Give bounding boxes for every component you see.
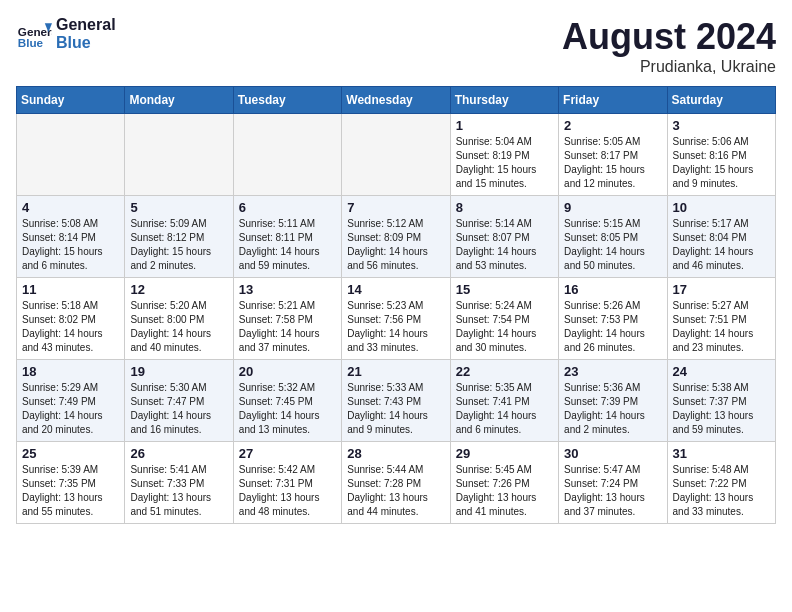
calendar-day-cell: 6Sunrise: 5:11 AM Sunset: 8:11 PM Daylig… bbox=[233, 196, 341, 278]
day-number: 27 bbox=[239, 446, 336, 461]
calendar-week-row: 18Sunrise: 5:29 AM Sunset: 7:49 PM Dayli… bbox=[17, 360, 776, 442]
day-info: Sunrise: 5:41 AM Sunset: 7:33 PM Dayligh… bbox=[130, 463, 227, 519]
day-number: 7 bbox=[347, 200, 444, 215]
day-info: Sunrise: 5:44 AM Sunset: 7:28 PM Dayligh… bbox=[347, 463, 444, 519]
calendar-day-cell: 16Sunrise: 5:26 AM Sunset: 7:53 PM Dayli… bbox=[559, 278, 667, 360]
day-number: 19 bbox=[130, 364, 227, 379]
day-info: Sunrise: 5:47 AM Sunset: 7:24 PM Dayligh… bbox=[564, 463, 661, 519]
calendar-day-cell: 24Sunrise: 5:38 AM Sunset: 7:37 PM Dayli… bbox=[667, 360, 775, 442]
day-info: Sunrise: 5:29 AM Sunset: 7:49 PM Dayligh… bbox=[22, 381, 119, 437]
day-info: Sunrise: 5:05 AM Sunset: 8:17 PM Dayligh… bbox=[564, 135, 661, 191]
day-number: 3 bbox=[673, 118, 770, 133]
day-info: Sunrise: 5:15 AM Sunset: 8:05 PM Dayligh… bbox=[564, 217, 661, 273]
day-info: Sunrise: 5:18 AM Sunset: 8:02 PM Dayligh… bbox=[22, 299, 119, 355]
day-info: Sunrise: 5:36 AM Sunset: 7:39 PM Dayligh… bbox=[564, 381, 661, 437]
day-info: Sunrise: 5:23 AM Sunset: 7:56 PM Dayligh… bbox=[347, 299, 444, 355]
calendar-day-cell: 28Sunrise: 5:44 AM Sunset: 7:28 PM Dayli… bbox=[342, 442, 450, 524]
calendar-day-cell: 9Sunrise: 5:15 AM Sunset: 8:05 PM Daylig… bbox=[559, 196, 667, 278]
day-info: Sunrise: 5:30 AM Sunset: 7:47 PM Dayligh… bbox=[130, 381, 227, 437]
calendar-day-cell: 22Sunrise: 5:35 AM Sunset: 7:41 PM Dayli… bbox=[450, 360, 558, 442]
month-title: August 2024 bbox=[562, 16, 776, 58]
weekday-header-monday: Monday bbox=[125, 87, 233, 114]
calendar-day-cell: 14Sunrise: 5:23 AM Sunset: 7:56 PM Dayli… bbox=[342, 278, 450, 360]
day-info: Sunrise: 5:42 AM Sunset: 7:31 PM Dayligh… bbox=[239, 463, 336, 519]
weekday-header-tuesday: Tuesday bbox=[233, 87, 341, 114]
day-number: 11 bbox=[22, 282, 119, 297]
day-number: 13 bbox=[239, 282, 336, 297]
weekday-header-wednesday: Wednesday bbox=[342, 87, 450, 114]
calendar-day-cell: 3Sunrise: 5:06 AM Sunset: 8:16 PM Daylig… bbox=[667, 114, 775, 196]
calendar-week-row: 25Sunrise: 5:39 AM Sunset: 7:35 PM Dayli… bbox=[17, 442, 776, 524]
calendar-day-cell: 2Sunrise: 5:05 AM Sunset: 8:17 PM Daylig… bbox=[559, 114, 667, 196]
day-number: 16 bbox=[564, 282, 661, 297]
day-number: 17 bbox=[673, 282, 770, 297]
day-number: 31 bbox=[673, 446, 770, 461]
calendar-day-cell: 29Sunrise: 5:45 AM Sunset: 7:26 PM Dayli… bbox=[450, 442, 558, 524]
calendar-day-cell: 11Sunrise: 5:18 AM Sunset: 8:02 PM Dayli… bbox=[17, 278, 125, 360]
logo-blue: Blue bbox=[56, 34, 116, 52]
weekday-header-saturday: Saturday bbox=[667, 87, 775, 114]
weekday-header-thursday: Thursday bbox=[450, 87, 558, 114]
logo: General Blue General Blue bbox=[16, 16, 116, 52]
title-block: August 2024 Prudianka, Ukraine bbox=[562, 16, 776, 76]
calendar-day-cell: 31Sunrise: 5:48 AM Sunset: 7:22 PM Dayli… bbox=[667, 442, 775, 524]
calendar-day-cell: 18Sunrise: 5:29 AM Sunset: 7:49 PM Dayli… bbox=[17, 360, 125, 442]
calendar-day-cell: 30Sunrise: 5:47 AM Sunset: 7:24 PM Dayli… bbox=[559, 442, 667, 524]
day-number: 5 bbox=[130, 200, 227, 215]
day-number: 12 bbox=[130, 282, 227, 297]
calendar-week-row: 4Sunrise: 5:08 AM Sunset: 8:14 PM Daylig… bbox=[17, 196, 776, 278]
calendar-day-cell: 5Sunrise: 5:09 AM Sunset: 8:12 PM Daylig… bbox=[125, 196, 233, 278]
calendar-day-cell: 17Sunrise: 5:27 AM Sunset: 7:51 PM Dayli… bbox=[667, 278, 775, 360]
day-info: Sunrise: 5:32 AM Sunset: 7:45 PM Dayligh… bbox=[239, 381, 336, 437]
svg-text:Blue: Blue bbox=[18, 36, 44, 49]
day-number: 20 bbox=[239, 364, 336, 379]
calendar-day-cell: 25Sunrise: 5:39 AM Sunset: 7:35 PM Dayli… bbox=[17, 442, 125, 524]
page-header: General Blue General Blue August 2024 Pr… bbox=[16, 16, 776, 76]
location-subtitle: Prudianka, Ukraine bbox=[562, 58, 776, 76]
calendar-day-cell: 20Sunrise: 5:32 AM Sunset: 7:45 PM Dayli… bbox=[233, 360, 341, 442]
calendar-day-cell bbox=[17, 114, 125, 196]
day-number: 22 bbox=[456, 364, 553, 379]
calendar-week-row: 1Sunrise: 5:04 AM Sunset: 8:19 PM Daylig… bbox=[17, 114, 776, 196]
calendar-day-cell: 12Sunrise: 5:20 AM Sunset: 8:00 PM Dayli… bbox=[125, 278, 233, 360]
day-number: 2 bbox=[564, 118, 661, 133]
day-number: 10 bbox=[673, 200, 770, 215]
day-number: 29 bbox=[456, 446, 553, 461]
day-info: Sunrise: 5:39 AM Sunset: 7:35 PM Dayligh… bbox=[22, 463, 119, 519]
day-info: Sunrise: 5:08 AM Sunset: 8:14 PM Dayligh… bbox=[22, 217, 119, 273]
calendar-day-cell bbox=[125, 114, 233, 196]
calendar-day-cell: 15Sunrise: 5:24 AM Sunset: 7:54 PM Dayli… bbox=[450, 278, 558, 360]
day-number: 25 bbox=[22, 446, 119, 461]
calendar-week-row: 11Sunrise: 5:18 AM Sunset: 8:02 PM Dayli… bbox=[17, 278, 776, 360]
calendar-day-cell bbox=[233, 114, 341, 196]
day-number: 9 bbox=[564, 200, 661, 215]
day-number: 1 bbox=[456, 118, 553, 133]
day-number: 14 bbox=[347, 282, 444, 297]
calendar-day-cell: 10Sunrise: 5:17 AM Sunset: 8:04 PM Dayli… bbox=[667, 196, 775, 278]
day-number: 4 bbox=[22, 200, 119, 215]
day-info: Sunrise: 5:04 AM Sunset: 8:19 PM Dayligh… bbox=[456, 135, 553, 191]
calendar-day-cell: 23Sunrise: 5:36 AM Sunset: 7:39 PM Dayli… bbox=[559, 360, 667, 442]
weekday-header-sunday: Sunday bbox=[17, 87, 125, 114]
calendar-day-cell: 8Sunrise: 5:14 AM Sunset: 8:07 PM Daylig… bbox=[450, 196, 558, 278]
calendar-day-cell: 21Sunrise: 5:33 AM Sunset: 7:43 PM Dayli… bbox=[342, 360, 450, 442]
calendar-day-cell bbox=[342, 114, 450, 196]
calendar-header-row: SundayMondayTuesdayWednesdayThursdayFrid… bbox=[17, 87, 776, 114]
day-info: Sunrise: 5:33 AM Sunset: 7:43 PM Dayligh… bbox=[347, 381, 444, 437]
calendar-day-cell: 26Sunrise: 5:41 AM Sunset: 7:33 PM Dayli… bbox=[125, 442, 233, 524]
day-info: Sunrise: 5:24 AM Sunset: 7:54 PM Dayligh… bbox=[456, 299, 553, 355]
day-info: Sunrise: 5:45 AM Sunset: 7:26 PM Dayligh… bbox=[456, 463, 553, 519]
day-info: Sunrise: 5:21 AM Sunset: 7:58 PM Dayligh… bbox=[239, 299, 336, 355]
day-info: Sunrise: 5:17 AM Sunset: 8:04 PM Dayligh… bbox=[673, 217, 770, 273]
day-info: Sunrise: 5:12 AM Sunset: 8:09 PM Dayligh… bbox=[347, 217, 444, 273]
day-number: 24 bbox=[673, 364, 770, 379]
day-info: Sunrise: 5:11 AM Sunset: 8:11 PM Dayligh… bbox=[239, 217, 336, 273]
day-info: Sunrise: 5:27 AM Sunset: 7:51 PM Dayligh… bbox=[673, 299, 770, 355]
calendar-table: SundayMondayTuesdayWednesdayThursdayFrid… bbox=[16, 86, 776, 524]
calendar-day-cell: 13Sunrise: 5:21 AM Sunset: 7:58 PM Dayli… bbox=[233, 278, 341, 360]
logo-icon: General Blue bbox=[16, 16, 52, 52]
day-info: Sunrise: 5:20 AM Sunset: 8:00 PM Dayligh… bbox=[130, 299, 227, 355]
calendar-day-cell: 19Sunrise: 5:30 AM Sunset: 7:47 PM Dayli… bbox=[125, 360, 233, 442]
calendar-day-cell: 4Sunrise: 5:08 AM Sunset: 8:14 PM Daylig… bbox=[17, 196, 125, 278]
day-number: 26 bbox=[130, 446, 227, 461]
